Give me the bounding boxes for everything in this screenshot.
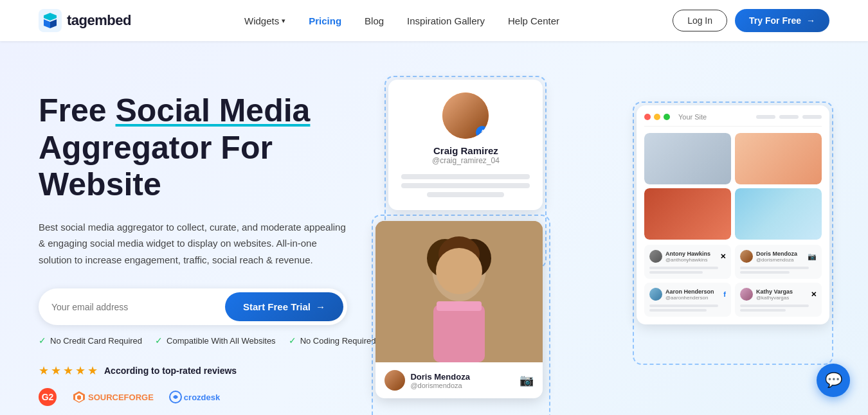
svg-marker-3 [77, 395, 81, 400]
sourceforge-icon: SOURCEFORGE [72, 390, 154, 404]
crozdesk-icon: crozdesk [169, 391, 220, 403]
site-label: Your Site [678, 113, 707, 121]
feature-checks: ✓ No Credit Card Required ✓ Compatible W… [39, 335, 375, 346]
photo-user-info: Doris Mendoza @dorismendoza [384, 370, 469, 391]
grid-card: Your Site [637, 105, 829, 324]
social-mini-card-3: Aaron Henderson @aaronhenderson f [644, 283, 731, 317]
main-nav: Widgets ▾ Pricing Blog Inspiration Galle… [244, 15, 559, 26]
star-1: ★ [39, 364, 49, 378]
nav-widgets[interactable]: Widgets ▾ [244, 15, 285, 26]
twitter-icon-1: ✕ [720, 252, 726, 261]
mini-avatar-2 [740, 250, 753, 263]
twitter-icon-4: ✕ [811, 290, 817, 299]
svg-point-10 [436, 248, 482, 294]
profile-name: Craig Ramirez [401, 145, 530, 156]
g2-badge: G2 [39, 388, 57, 406]
grid-card-header: Your Site [644, 113, 822, 127]
check-icon-3: ✓ [289, 335, 296, 346]
header-actions: Log In Try For Free → [673, 9, 829, 32]
star-rating: ★ ★ ★ ★ ★ [39, 364, 98, 378]
profile-line-2 [401, 183, 530, 188]
social-mini-card-1: Antony Hawkins @anthonyhawkins ✕ [644, 245, 731, 279]
nav-inspiration-gallery[interactable]: Inspiration Gallery [407, 15, 485, 26]
profile-handle: @craig_ramirez_04 [401, 156, 530, 165]
profile-card: f Craig Ramirez @craig_ramirez_04 [388, 80, 543, 210]
chat-bubble-button[interactable]: 💬 [817, 364, 850, 397]
profile-line-1 [401, 174, 530, 179]
sourceforge-badge: SOURCEFORGE [72, 390, 154, 404]
logo-text: tagembed [67, 12, 131, 29]
facebook-badge: f [476, 126, 489, 139]
profile-avatar: f [442, 93, 489, 139]
check-compatible-websites: ✓ Compatible With All Websites [155, 335, 276, 346]
logo[interactable]: tagembed [39, 9, 131, 32]
facebook-icon-3: f [723, 290, 726, 298]
photo-card: Doris Mendoza @dorismendoza 📷 [375, 221, 543, 398]
ratings-section: ★ ★ ★ ★ ★ According to top-rated reviews… [39, 364, 375, 406]
start-trial-button[interactable]: Start Free Trial → [225, 292, 343, 321]
grid-photo-2 [735, 133, 822, 184]
dot-green [664, 114, 670, 120]
login-button[interactable]: Log In [673, 10, 727, 31]
email-form: Start Free Trial → [39, 288, 347, 325]
star-2: ★ [51, 364, 61, 378]
star-3: ★ [63, 364, 73, 378]
widgets-dropdown-icon: ▾ [282, 17, 285, 25]
mini-avatar-4 [740, 288, 753, 301]
photo-image [375, 221, 543, 362]
check-no-coding: ✓ No Coding Required [289, 335, 376, 346]
hero-visuals: f Craig Ramirez @craig_ramirez_04 [375, 80, 829, 414]
grid-photo-1 [644, 133, 731, 184]
grid-photo-4 [735, 188, 822, 240]
try-free-button[interactable]: Try For Free → [735, 9, 829, 32]
nav-pricing[interactable]: Pricing [309, 15, 341, 26]
cta-arrow-icon: → [316, 301, 325, 312]
instagram-icon: 📷 [520, 373, 534, 387]
svg-rect-12 [437, 301, 482, 311]
grid-photo-3 [644, 188, 731, 240]
dot-red [644, 114, 651, 120]
profile-line-3 [427, 192, 504, 197]
star-5: ★ [87, 364, 98, 378]
social-mini-card-2: Doris Mendoza @dorismendoza 📷 [735, 245, 822, 279]
email-input[interactable] [51, 302, 225, 312]
photo-card-footer: Doris Mendoza @dorismendoza 📷 [375, 362, 543, 398]
dot-yellow [654, 114, 660, 120]
profile-content-lines [401, 174, 530, 197]
check-icon-1: ✓ [39, 335, 46, 346]
hero-title: Free Social Media Aggregator For Website [39, 93, 375, 204]
partner-badges: G2 SOURCEFORGE crozdesk [39, 388, 375, 406]
instagram-icon-2: 📷 [808, 252, 817, 261]
rating-text: According to top-rated reviews [104, 366, 237, 376]
mini-avatar-3 [649, 288, 662, 301]
grid-photos [644, 133, 822, 240]
logo-icon [39, 9, 62, 32]
check-icon-2: ✓ [155, 335, 163, 346]
photo-user-avatar [384, 370, 405, 391]
g2-icon: G2 [39, 388, 57, 406]
social-mini-card-4: Kathy Vargas @kathyvargas ✕ [735, 283, 822, 317]
photo-illustration [375, 221, 543, 362]
try-arrow-icon: → [806, 15, 815, 26]
site-nav-lines [756, 115, 822, 119]
hero-content: Free Social Media Aggregator For Website… [39, 80, 375, 406]
photo-user-name: Doris Mendoza [410, 372, 469, 382]
grid-social-rows: Antony Hawkins @anthonyhawkins ✕ [644, 245, 822, 317]
mini-avatar-1 [649, 250, 662, 263]
check-no-credit-card: ✓ No Credit Card Required [39, 335, 142, 346]
chat-icon: 💬 [825, 372, 842, 389]
nav-help-center[interactable]: Help Center [508, 15, 559, 26]
hero-section: Free Social Media Aggregator For Website… [0, 41, 868, 415]
svg-rect-11 [433, 305, 485, 362]
header: tagembed Widgets ▾ Pricing Blog Inspirat… [0, 0, 868, 41]
photo-user-handle: @dorismendoza [410, 382, 469, 389]
star-4: ★ [75, 364, 86, 378]
nav-blog[interactable]: Blog [365, 15, 384, 26]
crozdesk-badge: crozdesk [169, 391, 220, 403]
hero-description: Best social media aggregator to collect,… [39, 219, 347, 269]
